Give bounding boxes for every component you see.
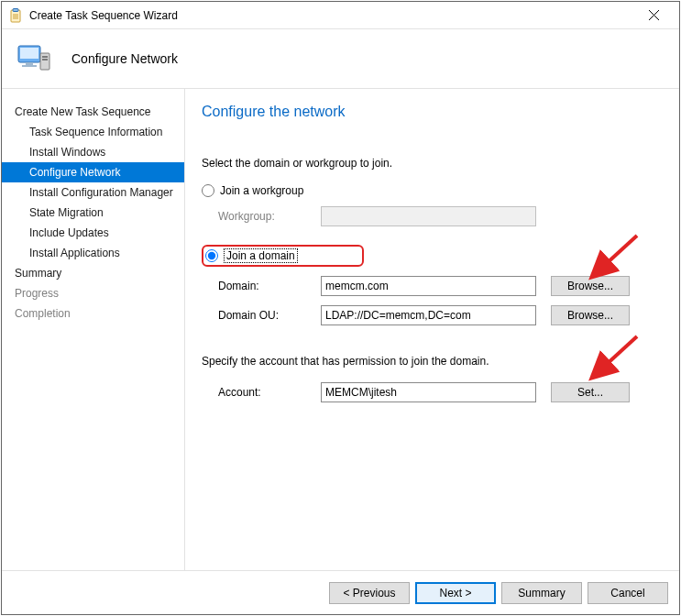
sidebar-item-completion: Completion [2, 303, 184, 324]
sidebar-item-summary[interactable]: Summary [2, 263, 184, 283]
account-instruction: Specify the account that has permission … [202, 355, 663, 368]
content-pane: Configure the network Select the domain … [185, 89, 679, 570]
close-button[interactable] [633, 3, 674, 28]
workgroup-input [321, 206, 536, 226]
svg-rect-9 [26, 62, 33, 65]
svg-rect-8 [20, 48, 38, 59]
radio-workgroup-label: Join a workgroup [220, 184, 303, 197]
instruction-text: Select the domain or workgroup to join. [202, 157, 663, 170]
sidebar-item-configure-network[interactable]: Configure Network [2, 162, 184, 182]
svg-rect-13 [42, 59, 48, 60]
next-button[interactable]: Next > [415, 582, 496, 604]
radio-domain[interactable] [205, 249, 218, 262]
set-account-button[interactable]: Set... [551, 382, 630, 402]
sidebar-item-task-info[interactable]: Task Sequence Information [2, 122, 184, 142]
browse-domain-button[interactable]: Browse... [551, 276, 630, 296]
sidebar-item-state-migration[interactable]: State Migration [2, 203, 184, 223]
wizard-steps-sidebar: Create New Task Sequence Task Sequence I… [2, 89, 185, 570]
browse-ou-button[interactable]: Browse... [551, 305, 630, 325]
content-heading: Configure the network [202, 104, 663, 120]
domain-ou-label: Domain OU: [202, 309, 321, 322]
sidebar-item-include-updates[interactable]: Include Updates [2, 223, 184, 243]
wizard-header: Configure Network [2, 29, 679, 88]
sidebar-item-progress: Progress [2, 283, 184, 303]
sidebar-item-install-cm[interactable]: Install Configuration Manager [2, 182, 184, 203]
sidebar-item-install-windows[interactable]: Install Windows [2, 142, 184, 162]
account-label: Account: [202, 386, 321, 399]
page-title: Configure Network [71, 51, 178, 66]
svg-rect-1 [13, 8, 18, 11]
summary-button[interactable]: Summary [501, 582, 582, 604]
app-icon [9, 8, 24, 23]
highlight-join-domain: Join a domain [202, 245, 364, 267]
account-input[interactable] [321, 382, 536, 402]
domain-label: Domain: [202, 280, 321, 292]
previous-button[interactable]: < Previous [329, 582, 410, 604]
workgroup-label: Workgroup: [202, 210, 321, 223]
domain-ou-input[interactable] [321, 305, 536, 325]
svg-rect-12 [42, 56, 48, 58]
title-bar: Create Task Sequence Wizard [2, 2, 679, 29]
svg-rect-10 [22, 65, 37, 67]
wizard-footer: < Previous Next > Summary Cancel [2, 570, 679, 614]
computer-icon [16, 40, 53, 77]
sidebar-item-install-apps[interactable]: Install Applications [2, 243, 184, 263]
svg-rect-11 [40, 53, 49, 70]
radio-domain-label: Join a domain [224, 248, 298, 263]
domain-input[interactable] [321, 276, 536, 296]
window-title: Create Task Sequence Wizard [29, 9, 633, 22]
radio-workgroup[interactable] [202, 184, 214, 197]
sidebar-item-create[interactable]: Create New Task Sequence [2, 102, 184, 122]
cancel-button[interactable]: Cancel [588, 582, 668, 604]
